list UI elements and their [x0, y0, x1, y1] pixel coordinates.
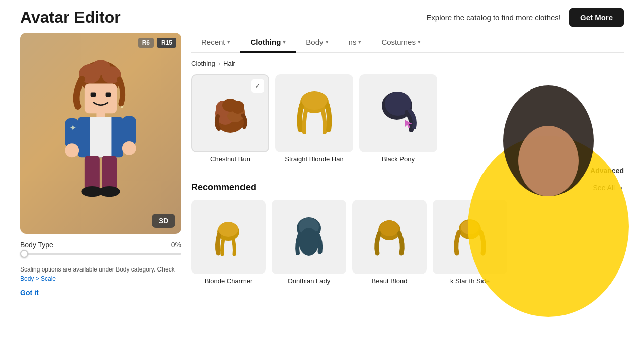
tab-body[interactable]: Body ▾ [296, 33, 338, 53]
rec-star-side[interactable]: k Star th Side [433, 200, 507, 285]
breadcrumb: Clothing › Hair [191, 60, 624, 67]
chestnut-bun-icon [208, 91, 253, 136]
advanced-button[interactable]: Advanced [590, 167, 624, 175]
breadcrumb-current: Hair [223, 60, 235, 67]
svg-point-39 [461, 220, 479, 234]
badge-r15: R15 [157, 38, 176, 48]
body-type-section: Body Type 0% [20, 234, 181, 265]
svg-point-13 [122, 141, 136, 155]
rec-blonde-charmer[interactable]: Blonde Charmer [191, 200, 266, 285]
svg-rect-15 [102, 156, 117, 191]
advanced-row: Advanced [191, 167, 624, 175]
item-label-black-pony: Black Pony [382, 155, 415, 163]
tabs-bar: Recent ▾ Clothing ▾ Body ▾ ns ▾ Costumes… [191, 33, 624, 53]
body-scale-link[interactable]: Body > Scale [20, 275, 56, 282]
rec-label-0: Blonde Charmer [205, 277, 253, 285]
item-check-chestnut: ✓ [251, 79, 264, 93]
breadcrumb-parent[interactable]: Clothing [191, 60, 215, 67]
beaut-blond-icon [369, 214, 410, 259]
item-label-chestnut: Chestnut Bun [210, 155, 250, 163]
tab-costumes[interactable]: Costumes ▾ [371, 33, 431, 53]
black-pony-icon [377, 89, 420, 137]
got-it-button[interactable]: Got it [20, 289, 39, 297]
svg-point-35 [299, 228, 319, 256]
tab-recent-chevron: ▾ [227, 39, 230, 45]
tab-costumes-chevron: ▾ [418, 39, 421, 45]
svg-point-17 [99, 186, 120, 197]
recommended-grid: Blonde Charmer Orinthian Lady [191, 200, 624, 285]
blonde-charmer-icon [208, 214, 249, 259]
avatar-panel: R6 R15 [20, 33, 181, 354]
svg-text:✦: ✦ [120, 103, 125, 111]
see-all-link[interactable]: See All → [593, 184, 624, 192]
badge-r6: R6 [138, 38, 154, 48]
page-title: Avatar Editor [20, 8, 121, 27]
item-chestnut-bun[interactable]: ✓ Chestnut Bun [191, 74, 269, 163]
svg-rect-5 [91, 93, 96, 97]
header-right: Explore the catalog to find more clothes… [426, 8, 624, 27]
svg-point-27 [302, 92, 327, 110]
svg-rect-9 [90, 117, 112, 157]
breadcrumb-separator: › [218, 60, 220, 67]
avatar-3d-badge: 3D [152, 214, 175, 228]
star-side-icon [450, 214, 490, 259]
header: Avatar Editor Explore the catalog to fin… [0, 0, 644, 33]
rec-label-1: Orinthian Lady [288, 277, 331, 285]
orinthian-lady-icon [289, 214, 329, 259]
item-label-blonde: Straight Blonde Hair [285, 155, 343, 163]
tab-clothing-chevron: ▾ [283, 39, 286, 45]
rec-label-3: k Star th Side [450, 277, 490, 285]
promo-text: Explore the catalog to find more clothes… [426, 13, 561, 22]
blonde-hair-icon [294, 89, 335, 137]
body-type-label: Body Type [20, 241, 53, 249]
tab-ns[interactable]: ns ▾ [339, 33, 372, 53]
tab-ns-chevron: ▾ [358, 39, 361, 45]
rec-beaut-blond[interactable]: Beaut Blond [352, 200, 427, 285]
item-blonde-hair[interactable]: Straight Blonde Hair [275, 74, 353, 163]
tab-recent[interactable]: Recent ▾ [191, 33, 240, 53]
content-panel: Recent ▾ Clothing ▾ Body ▾ ns ▾ Costumes… [181, 33, 624, 354]
scaling-note: Scaling options are available under Body… [20, 265, 181, 283]
tab-clothing[interactable]: Clothing ▾ [240, 33, 296, 53]
svg-point-3 [91, 60, 111, 75]
svg-point-12 [65, 143, 79, 157]
recommended-title: Recommended [191, 182, 256, 193]
svg-rect-11 [122, 116, 136, 146]
avatar-preview: R6 R15 [20, 33, 181, 234]
svg-point-25 [222, 99, 238, 112]
svg-rect-6 [106, 93, 111, 97]
svg-point-37 [380, 220, 399, 236]
body-type-slider-thumb[interactable] [20, 250, 28, 258]
svg-rect-4 [85, 83, 117, 113]
main-layout: R6 R15 [0, 33, 644, 354]
body-type-slider-track[interactable] [20, 253, 181, 255]
item-black-pony[interactable]: Black Pony [359, 74, 437, 163]
svg-rect-14 [85, 156, 100, 191]
avatar-badges: R6 R15 [138, 38, 176, 48]
tab-body-chevron: ▾ [326, 39, 329, 45]
recommended-header: Recommended See All → [191, 182, 624, 193]
get-more-button[interactable]: Get More [569, 8, 624, 27]
rec-label-2: Beaut Blond [372, 277, 408, 285]
avatar-character: ✦ ✦ [55, 58, 146, 209]
svg-text:✦: ✦ [69, 123, 76, 133]
svg-point-32 [218, 222, 238, 237]
body-type-value: 0% [171, 241, 181, 249]
rec-orinthian-lady[interactable]: Orinthian Lady [272, 200, 346, 285]
